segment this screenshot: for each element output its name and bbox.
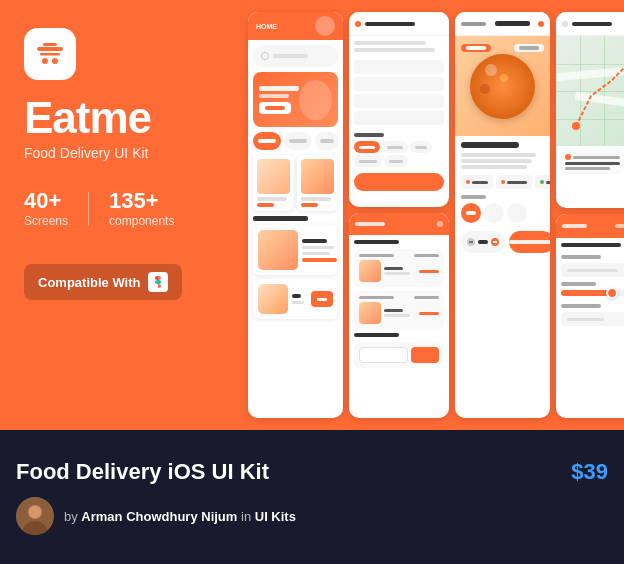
screens-value: 40+ [24, 190, 68, 212]
avatar [16, 497, 54, 535]
hero-left-panel: Eatme Food Delivery UI Kit 40+ Screens 1… [0, 0, 240, 430]
figma-icon [148, 272, 168, 292]
phone-screen-1: HOME [248, 12, 343, 418]
svg-rect-4 [43, 43, 57, 46]
product-title: Food Delivery iOS UI Kit [16, 459, 269, 485]
compatible-button[interactable]: Compatible With [24, 264, 182, 300]
author-name[interactable]: Arman Chowdhury Nijum [81, 509, 237, 524]
phone-screen-4a [556, 12, 624, 208]
phone-screen-2b [349, 213, 449, 418]
components-value: 135+ [109, 190, 174, 212]
phone-col-1: HOME [248, 12, 343, 418]
stats-section: 40+ Screens 135+ components [24, 190, 216, 228]
phone-screen-4b [556, 214, 624, 418]
app-icon [24, 28, 76, 80]
compatible-label: Compatible With [38, 275, 140, 290]
phone-screen-2a [349, 12, 449, 207]
bottom-info-section: Food Delivery iOS UI Kit $39 by Arman Ch… [0, 430, 624, 564]
screens-stat: 40+ Screens [24, 190, 68, 228]
category-link[interactable]: UI Kits [255, 509, 296, 524]
svg-point-5 [572, 122, 580, 130]
components-stat: 135+ components [109, 190, 174, 228]
components-label: components [109, 214, 174, 228]
stat-divider [88, 192, 89, 226]
phone-col-3 [455, 12, 550, 418]
svg-point-3 [52, 58, 58, 64]
svg-rect-1 [40, 53, 60, 56]
phones-grid: HOME [240, 0, 624, 430]
price-tag: $39 [571, 459, 608, 485]
phone-col-2 [349, 12, 449, 418]
screens-label: Screens [24, 214, 68, 228]
svg-point-2 [42, 58, 48, 64]
svg-point-10 [29, 506, 41, 518]
hero-right-panel: HOME [240, 0, 624, 430]
product-title-row: Food Delivery iOS UI Kit $39 [16, 459, 608, 485]
brand-name: Eatme [24, 96, 216, 140]
phone-screen-3 [455, 12, 550, 418]
by-text: by [64, 509, 78, 524]
in-text: in [241, 509, 251, 524]
phone-col-4 [556, 12, 624, 418]
author-meta: by Arman Chowdhury Nijum in UI Kits [64, 509, 296, 524]
svg-rect-0 [37, 47, 63, 51]
product-card: Eatme Food Delivery UI Kit 40+ Screens 1… [0, 0, 624, 564]
brand-subtitle: Food Delivery UI Kit [24, 144, 216, 162]
author-row: by Arman Chowdhury Nijum in UI Kits [16, 497, 608, 535]
hero-banner: Eatme Food Delivery UI Kit 40+ Screens 1… [0, 0, 624, 430]
